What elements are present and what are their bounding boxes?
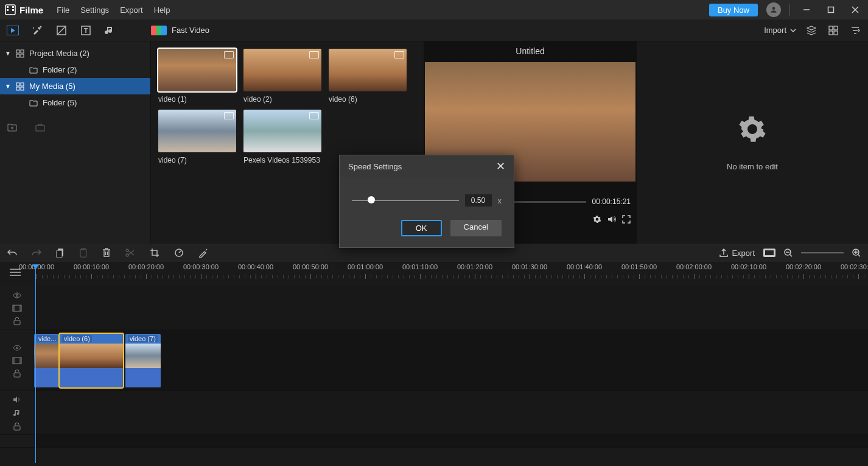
svg-rect-21 <box>834 31 838 35</box>
speed-unit: x <box>498 196 502 205</box>
track-body[interactable] <box>34 391 868 434</box>
titlebar: Filme File Settings Export Help Buy Now <box>0 0 868 19</box>
paste-button[interactable] <box>79 248 88 258</box>
speed-value[interactable]: 0.50 <box>465 194 492 207</box>
aspect-ratio-button[interactable] <box>763 249 775 257</box>
color-button[interactable] <box>198 248 208 258</box>
track-body[interactable]: vide...video (6)video (7) <box>34 330 868 390</box>
media-thumb[interactable]: video (6) <box>329 49 407 104</box>
menu-help[interactable]: Help <box>154 5 170 15</box>
layers-icon[interactable] <box>805 24 818 37</box>
media-thumb[interactable]: Pexels Videos 1539953 <box>243 110 321 164</box>
lock-icon[interactable] <box>13 369 21 378</box>
eye-icon[interactable] <box>13 291 21 300</box>
svg-rect-26 <box>21 50 24 53</box>
speed-slider[interactable] <box>352 200 459 201</box>
cancel-button[interactable]: Cancel <box>450 220 502 236</box>
crop-button[interactable] <box>150 248 159 258</box>
dialog-titlebar[interactable]: Speed Settings ✕ <box>340 155 514 177</box>
svg-rect-25 <box>16 50 19 53</box>
undo-button[interactable] <box>7 249 17 257</box>
text-tab-icon[interactable]: T <box>79 24 93 37</box>
video-badge-icon <box>309 112 319 119</box>
copy-button[interactable] <box>56 248 65 258</box>
svg-rect-27 <box>16 54 19 57</box>
speaker-icon[interactable] <box>13 395 21 404</box>
delete-button[interactable] <box>102 248 111 258</box>
media-thumb[interactable]: video (2) <box>243 49 321 104</box>
lock-icon[interactable] <box>13 422 21 431</box>
playhead[interactable] <box>35 268 36 463</box>
ruler-tick: 00:01:50:00 <box>621 263 657 270</box>
video-badge-icon <box>394 51 404 58</box>
svg-rect-4 <box>12 9 14 11</box>
ruler-tick: 00:00:30:00 <box>183 263 219 270</box>
svg-point-47 <box>126 254 128 256</box>
track-body[interactable] <box>34 286 868 330</box>
menu-file[interactable]: File <box>57 5 69 15</box>
svg-marker-41 <box>608 216 612 222</box>
close-icon <box>852 6 859 13</box>
dialog-close-button[interactable]: ✕ <box>496 160 505 173</box>
svg-line-57 <box>858 255 860 256</box>
zoom-in-button[interactable] <box>852 249 861 257</box>
lock-icon[interactable] <box>13 317 21 325</box>
ruler-tick: 00:02:10:00 <box>731 263 766 270</box>
media-thumb[interactable]: video (1) <box>158 49 236 104</box>
ok-button[interactable]: OK <box>401 220 442 236</box>
user-avatar[interactable] <box>766 2 781 17</box>
redo-button[interactable] <box>32 249 41 257</box>
inspector-empty-text: No item to edit <box>727 162 778 171</box>
grid-view-icon[interactable] <box>827 24 840 37</box>
inspector-panel: No item to edit <box>637 41 868 244</box>
minimize-button[interactable] <box>802 5 811 14</box>
fast-video-button[interactable]: Fast Video <box>151 26 209 35</box>
tree-my-folder[interactable]: Folder (5) <box>0 94 150 111</box>
tree-project-folder[interactable]: Folder (2) <box>0 62 150 78</box>
effects-tab-icon[interactable] <box>30 24 44 37</box>
transitions-tab-icon[interactable] <box>55 24 68 37</box>
svg-rect-31 <box>16 87 19 90</box>
user-icon <box>769 5 778 14</box>
video-track-2 <box>0 286 868 330</box>
volume-button[interactable] <box>607 215 616 224</box>
audio-tab-icon[interactable] <box>103 24 117 37</box>
timeline-ruler[interactable]: 00:00:00:0000:00:10:0000:00:20:0000:00:3… <box>0 262 868 286</box>
maximize-button[interactable] <box>827 5 835 14</box>
tree-label: My Media (5) <box>29 82 75 91</box>
zoom-slider[interactable] <box>801 252 844 253</box>
media-thumb[interactable]: video (7) <box>158 110 236 164</box>
speed-button[interactable] <box>174 248 184 258</box>
clip-thumb <box>60 344 123 368</box>
zoom-out-button[interactable] <box>784 249 793 257</box>
timeline-clip[interactable]: video (7) <box>125 334 161 387</box>
quality-button[interactable] <box>593 215 601 224</box>
close-button[interactable] <box>851 5 859 14</box>
fullscreen-button[interactable] <box>622 215 631 224</box>
track-head <box>0 435 34 447</box>
import-dropdown[interactable]: Import <box>764 26 796 35</box>
media-tab-icon[interactable] <box>6 24 19 37</box>
split-button[interactable] <box>125 248 135 258</box>
svg-rect-20 <box>829 31 833 35</box>
chevron-down-icon <box>790 27 796 34</box>
ruler-tick: 00:00:50:00 <box>293 263 328 270</box>
eye-icon[interactable] <box>13 344 21 352</box>
menu-export[interactable]: Export <box>120 5 143 15</box>
svg-rect-1 <box>7 6 9 8</box>
briefcase-button[interactable] <box>35 123 45 132</box>
buy-now-button[interactable]: Buy Now <box>709 4 758 16</box>
divider <box>789 4 790 16</box>
slider-thumb[interactable] <box>368 196 375 203</box>
timeline-clip[interactable]: video (6) <box>60 334 123 387</box>
menu-settings[interactable]: Settings <box>80 5 109 15</box>
export-button[interactable]: Export <box>719 249 755 258</box>
video-badge-icon <box>224 51 234 58</box>
tree-project-media[interactable]: ▼ Project Media (2) <box>0 45 150 62</box>
timeline-clip[interactable]: vide... <box>34 334 58 387</box>
add-folder-button[interactable] <box>7 123 17 132</box>
sort-icon[interactable] <box>849 24 862 37</box>
timeline-tracks: vide...video (6)video (7) <box>0 286 868 448</box>
tree-my-media[interactable]: ▼ My Media (5) <box>0 78 150 94</box>
ruler-tick: 00:01:30:00 <box>512 263 547 270</box>
